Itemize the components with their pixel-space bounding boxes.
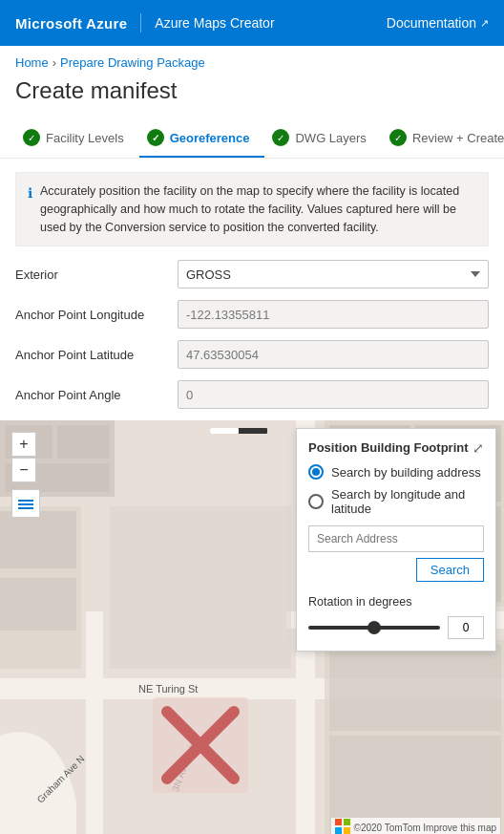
tab-georeference-label: Georeference [170,131,250,145]
rotation-row [308,616,484,639]
radio-lon-lat-label: Search by longitude and latitude [331,487,484,516]
svg-text:NE Turing St: NE Turing St [138,683,198,695]
documentation-link[interactable]: Documentation [387,15,476,31]
rotation-slider-thumb[interactable] [368,621,381,634]
svg-rect-32 [18,503,33,505]
anchor-latitude-input[interactable] [178,340,489,369]
exterior-select[interactable]: GROSS [178,260,489,289]
footprint-panel-header: Position Building Footprint ⤢ [308,440,484,455]
info-icon: ℹ [28,183,32,236]
anchor-latitude-row: Anchor Point Latitude [15,340,489,369]
svg-rect-11 [0,578,76,631]
svg-rect-18 [329,645,501,731]
svg-rect-8 [86,611,103,834]
attribution-text: ©2020 TomTom Improve this map [354,823,496,833]
svg-rect-3 [57,425,110,459]
anchor-longitude-label: Anchor Point Longitude [15,308,178,322]
external-link-icon: ↗ [480,17,489,30]
anchor-angle-label: Anchor Point Angle [15,388,178,402]
map-container[interactable]: NE Turing St 156th Ave NE NE 28th St Gra… [0,420,504,834]
facility-levels-check: ✓ [23,129,40,146]
exterior-label: Exterior [15,267,178,282]
info-text: Accurately position the facility on the … [40,182,476,236]
anchor-angle-row: Anchor Point Angle [15,380,489,409]
map-layer-button[interactable] [11,489,40,518]
zoom-out-button[interactable]: − [11,458,36,482]
tab-review-create-label: Review + Create [412,131,504,145]
brand-name: Microsoft Azure [15,15,127,32]
info-box: ℹ Accurately position the facility on th… [15,172,489,246]
footprint-panel-title: Position Building Footprint [308,440,469,455]
ms-logo-icon [335,819,350,834]
breadcrumb-current[interactable]: Prepare Drawing Package [60,55,205,70]
tab-dwg-layers-label: DWG Layers [295,131,366,145]
tab-review-create[interactable]: ✓ Review + Create [382,119,504,158]
georeference-form: Exterior GROSS Anchor Point Longitude An… [0,260,504,409]
radio-building-address-indicator [308,464,324,480]
anchor-angle-input[interactable] [178,380,489,409]
rotation-label: Rotation in degrees [308,595,484,609]
footprint-collapse-button[interactable]: ⤢ [472,441,484,455]
zoom-in-button[interactable]: + [11,432,36,457]
svg-rect-20 [110,506,291,669]
rotation-slider[interactable] [308,626,440,630]
exterior-row: Exterior GROSS [15,260,489,289]
anchor-latitude-label: Anchor Point Latitude [15,348,178,362]
search-type-radio-group: Search by building address Search by lon… [308,464,484,516]
layers-icon [16,494,35,513]
svg-rect-36 [335,827,342,834]
tab-facility-levels[interactable]: ✓ Facility Levels [15,119,139,158]
rotation-value-input[interactable] [448,616,484,639]
nav-right: Documentation ↗ [387,15,489,31]
anchor-longitude-input[interactable] [178,300,489,329]
breadcrumb-home[interactable]: Home [15,55,49,70]
breadcrumb-separator: › [52,55,56,70]
tab-facility-levels-label: Facility Levels [46,131,124,145]
nav-divider [140,13,141,32]
rotation-section: Rotation in degrees [308,591,484,639]
svg-rect-35 [344,819,350,825]
breadcrumb: Home › Prepare Drawing Package [0,46,504,74]
svg-rect-10 [0,511,76,568]
radio-building-address[interactable]: Search by building address [308,464,484,480]
review-create-check: ✓ [389,129,407,146]
dwg-layers-check: ✓ [272,129,289,146]
svg-rect-33 [18,507,33,509]
search-button[interactable]: Search [416,558,484,582]
map-attribution: ©2020 TomTom Improve this map [331,818,500,834]
footprint-panel: Position Building Footprint ⤢ Search by … [296,428,496,652]
georeference-check: ✓ [147,129,164,146]
anchor-longitude-row: Anchor Point Longitude [15,300,489,329]
svg-rect-30 [210,428,239,434]
top-navigation: Microsoft Azure Azure Maps Creator Docum… [0,0,504,46]
svg-rect-31 [18,500,33,502]
tab-georeference[interactable]: ✓ Georeference [139,119,265,158]
svg-rect-37 [344,827,350,834]
radio-building-address-label: Search by building address [331,465,481,480]
search-address-input[interactable] [308,525,484,552]
step-tabs: ✓ Facility Levels ✓ Georeference ✓ DWG L… [0,119,504,159]
radio-lon-lat[interactable]: Search by longitude and latitude [308,487,484,516]
svg-rect-34 [335,819,342,825]
radio-lon-lat-indicator [308,494,324,509]
product-name: Azure Maps Creator [155,15,274,31]
tab-dwg-layers[interactable]: ✓ DWG Layers [264,119,381,158]
page-title: Create manifest [0,74,504,119]
map-controls: + − [11,432,40,518]
